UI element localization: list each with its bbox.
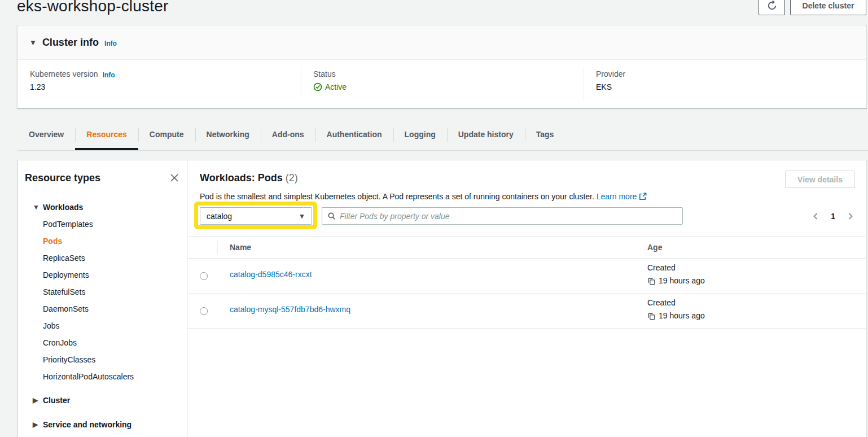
refresh-button[interactable] [759,0,785,15]
table-controls: catalog ▼ 1 [187,207,866,225]
external-link-icon [639,193,647,200]
status-field: Status Active [313,69,347,91]
pods-table-header: Name Age [187,236,866,259]
tab-networking[interactable]: Networking [195,121,261,150]
learn-more-link[interactable]: Learn more [597,192,637,201]
tab-tags[interactable]: Tags [525,121,565,150]
provider-label: Provider [596,69,625,78]
cluster-info-header[interactable]: ▼ Cluster info Info [17,25,866,60]
kubernetes-version-field: Kubernetes version Info 1.23 [30,69,115,91]
caret-down-icon: ▼ [33,203,43,211]
tree-item-daemonsets[interactable]: DaemonSets [18,300,187,317]
pods-panel-title: Workloads: Pods (2) [200,172,298,184]
provider-field: Provider EKS [596,69,625,91]
next-page-icon[interactable] [847,212,854,221]
table-row: catalog-mysql-557fdb7bd6-hwxmq Created 1… [187,294,866,329]
current-page-number[interactable]: 1 [827,212,839,221]
table-row: catalog-d5985c46-rxcxt Created 19 hours … [187,259,866,294]
tree-item-podtemplates[interactable]: PodTemplates [18,216,187,233]
age-value: 19 hours ago [659,274,705,287]
pagination: 1 [812,207,854,225]
namespace-filter-value: catalog [207,212,299,221]
tree-group-label: Workloads [43,203,83,212]
row-radio-button[interactable] [200,307,208,315]
status-label: Status [313,69,336,78]
cluster-info-panel: ▼ Cluster info Info Kubernetes version I… [17,25,867,108]
tab-resources[interactable]: Resources [75,121,138,150]
pods-table: Name Age catalog-d5985c46-rxcxt Created [187,236,866,329]
status-ok-icon [313,82,322,91]
tree-group-service-networking[interactable]: ▶ Service and networking [18,416,187,433]
tree-item-jobs[interactable]: Jobs [18,317,187,334]
kubernetes-version-label: Kubernetes version [30,69,98,78]
pods-title-text: Workloads: Pods [200,172,283,183]
tree-item-statefulsets[interactable]: StatefulSets [18,283,187,300]
pods-description: Pod is the smallest and simplest Kuberne… [200,192,647,201]
kubernetes-version-value: 1.23 [30,82,115,91]
age-created-label: Created [647,296,705,309]
previous-page-icon[interactable] [812,212,819,221]
status-value: Active [325,82,347,91]
pods-description-text: Pod is the smallest and simplest Kuberne… [200,192,594,201]
cluster-info-info-link[interactable]: Info [104,40,117,47]
column-header-name: Name [230,243,251,252]
pod-name-link[interactable]: catalog-mysql-557fdb7bd6-hwxmq [230,305,350,314]
tree-group-workloads[interactable]: ▼ Workloads [18,199,187,216]
refresh-icon [767,1,777,11]
caret-right-icon: ▶ [33,421,43,429]
pod-age-cell: Created 19 hours ago [647,296,705,322]
cluster-info-title: Cluster info [42,37,99,49]
column-header-age: Age [647,243,662,252]
tree-item-horizontalpodautoscalers[interactable]: HorizontalPodAutoscalers [18,368,187,385]
collapse-caret-icon[interactable]: ▼ [29,38,37,47]
pods-filter-input[interactable] [340,212,677,221]
copy-icon [647,277,655,285]
resource-types-sidebar: Resource types ▼ Workloads PodTemplates … [18,160,187,437]
tree-group-cluster[interactable]: ▶ Cluster [18,392,187,409]
pods-count: (2) [286,172,298,183]
age-value: 19 hours ago [659,309,705,322]
provider-value: EKS [596,82,625,91]
tab-update-history[interactable]: Update history [447,121,525,150]
tab-compute[interactable]: Compute [138,121,195,150]
column-divider [584,67,584,100]
tree-group-label: Service and networking [43,420,131,429]
header-column-divider [217,241,218,255]
sidebar-title: Resource types [25,172,100,184]
tree-item-deployments[interactable]: Deployments [18,266,187,283]
pod-age-cell: Created 19 hours ago [647,261,705,287]
row-radio-button[interactable] [200,272,208,280]
tree-item-replicasets[interactable]: ReplicaSets [18,250,187,266]
column-divider [301,67,301,100]
age-created-label: Created [647,261,705,274]
close-icon[interactable] [169,173,179,183]
tab-overview[interactable]: Overview [17,121,75,150]
kubernetes-version-info-link[interactable]: Info [103,71,115,79]
tree-item-priorityclasses[interactable]: PriorityClasses [18,351,187,368]
tree-item-pods[interactable]: Pods [18,233,187,250]
view-details-button[interactable]: View details [785,171,855,188]
tab-add-ons[interactable]: Add-ons [261,121,315,150]
chevron-down-icon: ▼ [299,212,305,220]
copy-icon [647,312,655,320]
tree-group-label: Cluster [43,396,70,405]
delete-cluster-button[interactable]: Delete cluster [790,0,866,15]
resource-tree: ▼ Workloads PodTemplates Pods ReplicaSet… [18,199,187,433]
tree-item-cronjobs[interactable]: CronJobs [18,334,187,351]
pod-name-link[interactable]: catalog-d5985c46-rxcxt [230,270,312,279]
page-title: eks-workshop-cluster [17,0,169,15]
caret-right-icon: ▶ [33,396,43,404]
resources-panel: Resource types ▼ Workloads PodTemplates … [17,160,867,437]
tab-authentication[interactable]: Authentication [315,121,393,150]
search-icon [327,212,336,220]
pods-filter-searchbox [322,207,683,225]
namespace-filter-dropdown[interactable]: catalog ▼ [200,207,312,225]
pods-panel: Workloads: Pods (2) View details Pod is … [187,160,866,437]
tab-logging[interactable]: Logging [393,121,447,150]
cluster-tabs: Overview Resources Compute Networking Ad… [17,121,868,151]
